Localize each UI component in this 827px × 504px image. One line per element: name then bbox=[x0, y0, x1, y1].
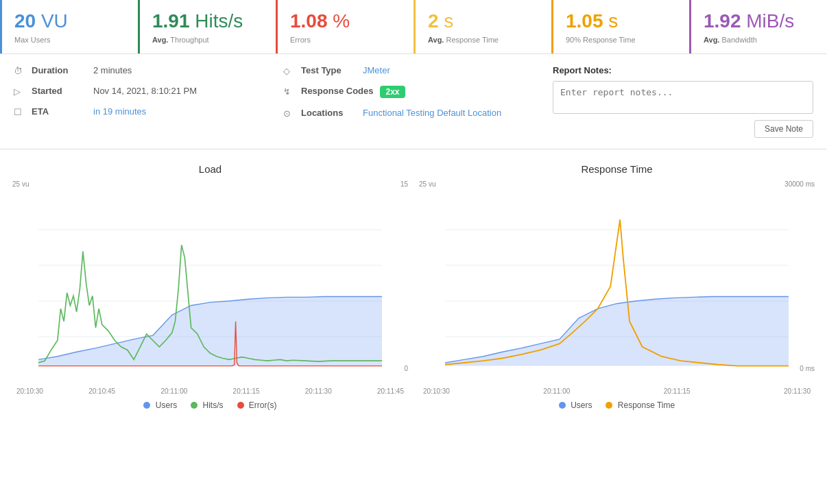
metric-label-bandwidth: Avg. Bandwidth bbox=[704, 36, 815, 44]
metric-max-users: 20 VU Max Users bbox=[0, 0, 138, 53]
response-svg bbox=[445, 180, 789, 386]
response-legend: Users Response Time bbox=[420, 400, 813, 410]
load-chart-title: Load bbox=[14, 163, 407, 175]
charts-section: Load 25 vu 15 0 bbox=[0, 149, 827, 424]
response-chart-area bbox=[445, 180, 789, 386]
metric-unit-avg-response: s bbox=[444, 10, 453, 32]
response-chart-wrapper: 25 vu 30000 ms 0 ms bbox=[420, 180, 813, 386]
metric-90pct: 1.05 s 90% Response Time bbox=[551, 0, 689, 53]
response-x-label-4: 20:11:30 bbox=[784, 387, 811, 395]
response-legend-rt: Response Time bbox=[606, 400, 675, 410]
clock-icon: ⏱ bbox=[14, 66, 25, 76]
metrics-bar: 20 VU Max Users 1.91 Hits/s Avg. Through… bbox=[0, 0, 827, 54]
eta-row: ☐ ETA in 19 minutes bbox=[14, 106, 256, 117]
duration-label: Duration bbox=[32, 65, 86, 75]
load-x-label-1: 20:10:30 bbox=[16, 387, 43, 395]
load-y-right-top: 15 bbox=[400, 180, 408, 188]
load-legend-users: Users bbox=[143, 400, 177, 410]
metric-label-90pct: 90% Response Time bbox=[566, 36, 677, 44]
metric-value-90pct: 1.05 bbox=[566, 10, 603, 32]
load-y-left-top: 25 vu bbox=[12, 180, 29, 188]
test-type-row: ◇ Test Type JMeter bbox=[283, 65, 525, 76]
started-value: Nov 14, 2021, 8:10:21 PM bbox=[93, 86, 197, 96]
users-dot bbox=[143, 402, 150, 409]
load-svg bbox=[38, 180, 382, 386]
duration-value: 2 minutes bbox=[93, 65, 132, 75]
response-x-label-1: 20:10:30 bbox=[423, 387, 450, 395]
metric-unit-throughput: Hits/s bbox=[195, 10, 243, 32]
response-x-label-3: 20:11:15 bbox=[664, 387, 691, 395]
response-time-dot bbox=[606, 402, 612, 409]
response-y-right-bottom: 0 ms bbox=[800, 365, 815, 372]
eta-icon: ☐ bbox=[14, 107, 25, 117]
duration-row: ⏱ Duration 2 minutes bbox=[14, 65, 256, 76]
response-chart: Response Time 25 vu 30000 ms 0 ms bbox=[420, 163, 813, 410]
test-type-value: JMeter bbox=[363, 65, 390, 75]
load-x-label-2: 20:10:45 bbox=[88, 387, 115, 395]
eta-label: ETA bbox=[32, 106, 86, 117]
info-mid: ◇ Test Type JMeter ↯ Response Codes 2xx … bbox=[283, 65, 525, 138]
response-x-labels: 20:10:30 20:11:00 20:11:15 20:11:30 bbox=[420, 387, 813, 395]
metric-label-avg-response: Avg. Response Time bbox=[428, 36, 539, 44]
load-legend-errors: Error(s) bbox=[237, 400, 277, 410]
metric-throughput: 1.91 Hits/s Avg. Throughput bbox=[138, 0, 276, 53]
info-left: ⏱ Duration 2 minutes ▷ Started Nov 14, 2… bbox=[14, 65, 256, 138]
metric-avg-response: 2 s Avg. Response Time bbox=[414, 0, 551, 53]
errors-dot bbox=[237, 402, 244, 409]
started-label: Started bbox=[32, 86, 86, 96]
metric-unit-errors: % bbox=[333, 10, 350, 32]
started-row: ▷ Started Nov 14, 2021, 8:10:21 PM bbox=[14, 86, 256, 97]
response-codes-badge: 2xx bbox=[380, 86, 405, 98]
metric-label-max-users: Max Users bbox=[14, 36, 125, 44]
metric-unit-max-users: VU bbox=[41, 10, 68, 32]
metric-unit-bandwidth: MiB/s bbox=[746, 10, 794, 32]
response-y-right-top: 30000 ms bbox=[784, 180, 815, 188]
response-x-label-2: 20:11:00 bbox=[543, 387, 570, 395]
metric-value-max-users: 20 bbox=[14, 10, 36, 32]
response-codes-label: Response Codes bbox=[301, 86, 373, 96]
hits-dot bbox=[191, 402, 197, 409]
metric-value-avg-response: 2 bbox=[428, 10, 439, 32]
load-legend: Users Hits/s Error(s) bbox=[14, 400, 407, 410]
locations-value: Functional Testing Default Location bbox=[363, 108, 501, 118]
save-note-button[interactable]: Save Note bbox=[754, 120, 813, 138]
eta-value: in 19 minutes bbox=[93, 106, 146, 117]
load-chart: Load 25 vu 15 0 bbox=[14, 163, 407, 410]
tag-icon: ◇ bbox=[283, 66, 294, 76]
metric-value-errors: 1.08 bbox=[290, 10, 328, 32]
load-chart-area bbox=[38, 180, 382, 386]
play-icon: ▷ bbox=[14, 86, 25, 97]
response-icon: ↯ bbox=[283, 86, 294, 97]
locations-row: ⊙ Locations Functional Testing Default L… bbox=[283, 108, 525, 119]
load-x-label-4: 20:11:15 bbox=[233, 387, 260, 395]
report-notes-panel: Report Notes: Save Note bbox=[553, 65, 813, 138]
load-y-right-bottom: 0 bbox=[404, 365, 408, 372]
load-legend-hits: Hits/s bbox=[191, 400, 223, 410]
report-notes-label: Report Notes: bbox=[553, 65, 813, 75]
metric-errors: 1.08 % Errors bbox=[276, 0, 414, 53]
response-y-left-top: 25 vu bbox=[419, 180, 435, 188]
load-x-label-3: 20:11:00 bbox=[160, 387, 187, 395]
metric-value-throughput: 1.91 bbox=[152, 10, 190, 32]
location-icon: ⊙ bbox=[283, 108, 294, 119]
metric-value-bandwidth: 1.92 bbox=[704, 10, 741, 32]
test-type-label: Test Type bbox=[301, 65, 356, 75]
load-x-label-5: 20:11:30 bbox=[305, 387, 332, 395]
report-notes-input[interactable] bbox=[553, 81, 813, 114]
response-chart-title: Response Time bbox=[420, 163, 813, 175]
metric-label-errors: Errors bbox=[290, 36, 401, 44]
metric-bandwidth: 1.92 MiB/s Avg. Bandwidth bbox=[689, 0, 827, 53]
info-section: ⏱ Duration 2 minutes ▷ Started Nov 14, 2… bbox=[0, 54, 827, 149]
metric-label-throughput: Avg. Throughput bbox=[152, 36, 263, 44]
metric-unit-90pct: s bbox=[608, 10, 618, 32]
locations-label: Locations bbox=[301, 108, 356, 118]
load-x-label-6: 20:11:45 bbox=[377, 387, 404, 395]
response-codes-row: ↯ Response Codes 2xx bbox=[283, 86, 525, 98]
response-users-dot bbox=[559, 402, 566, 409]
load-x-labels: 20:10:30 20:10:45 20:11:00 20:11:15 20:1… bbox=[14, 387, 407, 395]
response-legend-users: Users bbox=[559, 400, 592, 410]
load-chart-wrapper: 25 vu 15 0 bbox=[14, 180, 407, 386]
